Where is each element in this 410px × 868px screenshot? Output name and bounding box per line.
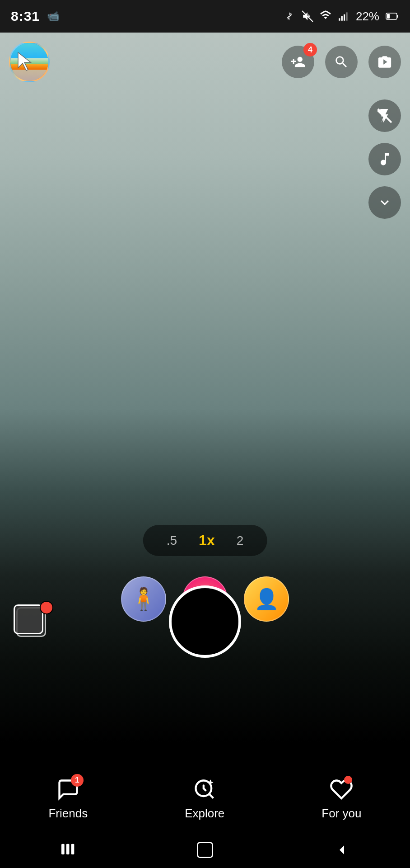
explore-icon <box>193 778 216 801</box>
nav-foryou[interactable]: For you <box>321 778 361 821</box>
svg-rect-12 <box>71 844 75 854</box>
status-time: 8:31 <box>11 9 40 24</box>
nav-friends[interactable]: 1 Friends <box>48 778 88 821</box>
bottom-nav: 1 Friends Explore For you <box>0 769 410 832</box>
signal-icon <box>338 10 349 22</box>
mute-icon <box>302 10 313 22</box>
svg-rect-10 <box>61 844 65 854</box>
search-icon <box>334 54 349 70</box>
nav-explore[interactable]: Explore <box>185 778 224 821</box>
bluetooth-icon <box>284 10 295 22</box>
svg-rect-7 <box>387 14 390 19</box>
music-button[interactable] <box>368 143 401 175</box>
svg-rect-13 <box>197 843 212 858</box>
notification-badge: 4 <box>303 43 317 57</box>
foryou-label: For you <box>321 807 361 821</box>
flash-off-icon <box>377 108 393 124</box>
android-back-button[interactable] <box>331 839 353 861</box>
svg-rect-11 <box>66 844 70 854</box>
battery-text: 22% <box>356 9 379 24</box>
svg-rect-2 <box>341 16 343 21</box>
friends-badge: 1 <box>71 774 84 787</box>
android-home-button[interactable] <box>194 839 216 861</box>
svg-rect-6 <box>397 15 398 18</box>
status-camera-icon: 📹 <box>47 10 59 22</box>
status-right-icons: 22% <box>284 9 399 24</box>
shutter-button[interactable] <box>169 585 241 658</box>
recents-icon <box>59 841 77 859</box>
battery-icon <box>386 10 399 22</box>
zoom-1x-button[interactable]: 1x <box>188 529 226 552</box>
add-friend-button[interactable]: 4 <box>282 46 314 78</box>
wifi-icon <box>320 10 331 22</box>
search-button[interactable] <box>325 46 358 78</box>
svg-rect-1 <box>339 18 340 20</box>
chevron-down-button[interactable] <box>368 186 401 219</box>
music-icon <box>377 151 393 167</box>
android-nav-bar <box>0 832 410 868</box>
friends-label: Friends <box>48 807 88 821</box>
top-right-icons: 4 <box>282 46 401 78</box>
chevron-down-icon <box>377 194 393 211</box>
status-bar: 8:31 📹 22% <box>0 0 410 33</box>
lens-stickman[interactable]: 🧍 <box>121 576 166 622</box>
zoom-controls: .5 1x 2 <box>143 525 267 556</box>
android-recents-button[interactable] <box>57 839 79 861</box>
camera-viewfinder <box>0 33 410 868</box>
flash-button[interactable] <box>368 99 401 132</box>
home-icon <box>195 840 215 860</box>
zoom-half-button[interactable]: .5 <box>156 531 188 551</box>
back-icon <box>333 841 351 859</box>
lens-person[interactable]: 👤 <box>244 576 289 622</box>
explore-label: Explore <box>185 807 224 821</box>
zoom-2x-button[interactable]: 2 <box>226 531 255 551</box>
gallery-button[interactable] <box>14 604 54 645</box>
switch-camera-icon <box>377 54 392 70</box>
right-side-icons <box>368 99 401 219</box>
profile-avatar[interactable] <box>9 42 50 82</box>
switch-camera-button[interactable] <box>368 46 401 78</box>
add-friend-icon <box>290 54 306 70</box>
svg-rect-4 <box>346 12 347 20</box>
top-controls: 4 <box>0 37 410 87</box>
svg-rect-3 <box>344 14 345 21</box>
